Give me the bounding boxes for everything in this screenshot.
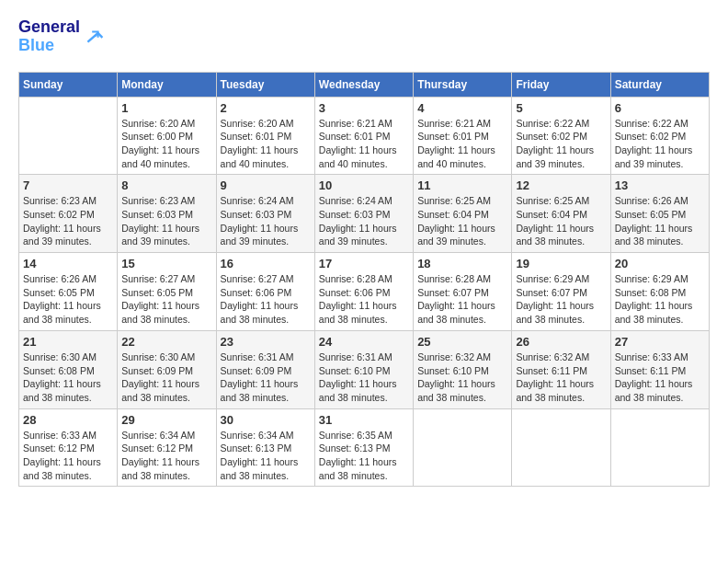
day-number: 13	[615, 178, 705, 192]
day-info: Sunrise: 6:30 AM Sunset: 6:08 PM Dayligh…	[23, 350, 113, 405]
day-number: 22	[121, 335, 211, 349]
day-number: 17	[319, 257, 409, 270]
day-of-week-header: Tuesday	[216, 72, 314, 97]
calendar-week-row: 14Sunrise: 6:26 AM Sunset: 6:05 PM Dayli…	[19, 253, 710, 331]
day-info: Sunrise: 6:32 AM Sunset: 6:11 PM Dayligh…	[516, 350, 606, 405]
logo-text: GeneralBlue	[18, 18, 80, 55]
day-number: 28	[23, 413, 113, 427]
calendar-day-cell: 22Sunrise: 6:30 AM Sunset: 6:09 PM Dayli…	[118, 330, 216, 408]
day-number: 10	[319, 178, 409, 192]
calendar-table: SundayMondayTuesdayWednesdayThursdayFrid…	[18, 72, 710, 488]
day-number: 8	[121, 178, 211, 192]
calendar-day-cell: 26Sunrise: 6:32 AM Sunset: 6:11 PM Dayli…	[512, 330, 610, 408]
calendar-day-cell: 21Sunrise: 6:30 AM Sunset: 6:08 PM Dayli…	[19, 330, 118, 408]
day-number: 5	[516, 101, 606, 115]
day-number: 12	[516, 178, 606, 192]
day-number: 15	[121, 257, 211, 270]
day-number: 31	[319, 413, 409, 427]
day-of-week-header: Monday	[118, 72, 216, 97]
calendar-day-cell: 30Sunrise: 6:34 AM Sunset: 6:13 PM Dayli…	[216, 408, 314, 487]
day-number: 30	[221, 413, 311, 427]
day-info: Sunrise: 6:29 AM Sunset: 6:08 PM Dayligh…	[615, 272, 705, 327]
day-info: Sunrise: 6:22 AM Sunset: 6:02 PM Dayligh…	[516, 117, 606, 171]
calendar-day-cell: 27Sunrise: 6:33 AM Sunset: 6:11 PM Dayli…	[610, 330, 709, 408]
calendar-week-row: 28Sunrise: 6:33 AM Sunset: 6:12 PM Dayli…	[19, 408, 710, 487]
calendar-week-row: 7Sunrise: 6:23 AM Sunset: 6:02 PM Daylig…	[19, 175, 710, 253]
day-of-week-header: Saturday	[610, 72, 709, 97]
calendar-day-cell	[19, 97, 118, 175]
day-info: Sunrise: 6:24 AM Sunset: 6:03 PM Dayligh…	[221, 194, 311, 248]
day-of-week-header: Friday	[512, 72, 610, 97]
day-number: 18	[417, 257, 507, 270]
day-number: 1	[121, 101, 211, 115]
day-info: Sunrise: 6:33 AM Sunset: 6:12 PM Dayligh…	[23, 429, 113, 483]
day-info: Sunrise: 6:32 AM Sunset: 6:10 PM Dayligh…	[417, 350, 507, 405]
calendar-day-cell	[414, 408, 512, 487]
day-number: 9	[221, 178, 311, 192]
calendar-day-cell: 25Sunrise: 6:32 AM Sunset: 6:10 PM Dayli…	[414, 330, 512, 408]
day-info: Sunrise: 6:28 AM Sunset: 6:06 PM Dayligh…	[319, 272, 409, 327]
day-number: 24	[319, 335, 409, 349]
calendar-day-cell: 17Sunrise: 6:28 AM Sunset: 6:06 PM Dayli…	[314, 253, 413, 331]
day-info: Sunrise: 6:23 AM Sunset: 6:02 PM Dayligh…	[23, 194, 113, 248]
day-info: Sunrise: 6:33 AM Sunset: 6:11 PM Dayligh…	[615, 350, 705, 405]
day-info: Sunrise: 6:27 AM Sunset: 6:05 PM Dayligh…	[121, 272, 211, 327]
day-number: 6	[615, 101, 705, 115]
calendar-day-cell	[512, 408, 610, 487]
day-number: 19	[516, 257, 606, 270]
day-info: Sunrise: 6:34 AM Sunset: 6:12 PM Dayligh…	[121, 429, 211, 483]
day-number: 4	[417, 101, 507, 115]
day-number: 2	[221, 101, 311, 115]
calendar-day-cell: 31Sunrise: 6:35 AM Sunset: 6:13 PM Dayli…	[314, 408, 413, 487]
day-info: Sunrise: 6:26 AM Sunset: 6:05 PM Dayligh…	[615, 194, 705, 248]
day-number: 11	[417, 178, 507, 192]
day-info: Sunrise: 6:30 AM Sunset: 6:09 PM Dayligh…	[121, 350, 211, 405]
day-info: Sunrise: 6:35 AM Sunset: 6:13 PM Dayligh…	[319, 429, 409, 483]
day-info: Sunrise: 6:25 AM Sunset: 6:04 PM Dayligh…	[516, 194, 606, 248]
calendar-day-cell: 14Sunrise: 6:26 AM Sunset: 6:05 PM Dayli…	[19, 253, 118, 331]
calendar-day-cell: 1Sunrise: 6:20 AM Sunset: 6:00 PM Daylig…	[118, 97, 216, 175]
day-number: 27	[615, 335, 705, 349]
day-info: Sunrise: 6:20 AM Sunset: 6:01 PM Dayligh…	[221, 117, 311, 171]
calendar-day-cell: 24Sunrise: 6:31 AM Sunset: 6:10 PM Dayli…	[314, 330, 413, 408]
day-info: Sunrise: 6:31 AM Sunset: 6:09 PM Dayligh…	[221, 350, 311, 405]
calendar-week-row: 1Sunrise: 6:20 AM Sunset: 6:00 PM Daylig…	[19, 97, 710, 175]
day-info: Sunrise: 6:28 AM Sunset: 6:07 PM Dayligh…	[417, 272, 507, 327]
calendar-day-cell: 13Sunrise: 6:26 AM Sunset: 6:05 PM Dayli…	[610, 175, 709, 253]
calendar-day-cell: 6Sunrise: 6:22 AM Sunset: 6:02 PM Daylig…	[610, 97, 709, 175]
calendar-day-cell: 18Sunrise: 6:28 AM Sunset: 6:07 PM Dayli…	[414, 253, 512, 331]
day-number: 20	[615, 257, 705, 270]
calendar-day-cell: 10Sunrise: 6:24 AM Sunset: 6:03 PM Dayli…	[314, 175, 413, 253]
calendar-day-cell: 15Sunrise: 6:27 AM Sunset: 6:05 PM Dayli…	[118, 253, 216, 331]
day-info: Sunrise: 6:21 AM Sunset: 6:01 PM Dayligh…	[319, 117, 409, 171]
logo-icon	[82, 26, 104, 48]
day-number: 25	[417, 335, 507, 349]
calendar-day-cell: 19Sunrise: 6:29 AM Sunset: 6:07 PM Dayli…	[512, 253, 610, 331]
day-info: Sunrise: 6:21 AM Sunset: 6:01 PM Dayligh…	[417, 117, 507, 171]
day-info: Sunrise: 6:27 AM Sunset: 6:06 PM Dayligh…	[221, 272, 311, 327]
day-number: 26	[516, 335, 606, 349]
day-info: Sunrise: 6:26 AM Sunset: 6:05 PM Dayligh…	[23, 272, 113, 327]
calendar-day-cell: 12Sunrise: 6:25 AM Sunset: 6:04 PM Dayli…	[512, 175, 610, 253]
calendar-week-row: 21Sunrise: 6:30 AM Sunset: 6:08 PM Dayli…	[19, 330, 710, 408]
day-info: Sunrise: 6:29 AM Sunset: 6:07 PM Dayligh…	[516, 272, 606, 327]
calendar-day-cell: 9Sunrise: 6:24 AM Sunset: 6:03 PM Daylig…	[216, 175, 314, 253]
day-info: Sunrise: 6:22 AM Sunset: 6:02 PM Dayligh…	[615, 117, 705, 171]
calendar-day-cell: 29Sunrise: 6:34 AM Sunset: 6:12 PM Dayli…	[118, 408, 216, 487]
calendar-day-cell: 2Sunrise: 6:20 AM Sunset: 6:01 PM Daylig…	[216, 97, 314, 175]
day-info: Sunrise: 6:25 AM Sunset: 6:04 PM Dayligh…	[417, 194, 507, 248]
day-info: Sunrise: 6:24 AM Sunset: 6:03 PM Dayligh…	[319, 194, 409, 248]
day-info: Sunrise: 6:34 AM Sunset: 6:13 PM Dayligh…	[221, 429, 311, 483]
day-number: 16	[221, 257, 311, 270]
calendar-day-cell: 28Sunrise: 6:33 AM Sunset: 6:12 PM Dayli…	[19, 408, 118, 487]
day-number: 3	[319, 101, 409, 115]
day-info: Sunrise: 6:20 AM Sunset: 6:00 PM Dayligh…	[121, 117, 211, 171]
day-of-week-header: Sunday	[19, 72, 118, 97]
day-of-week-header: Wednesday	[314, 72, 413, 97]
calendar-day-cell: 11Sunrise: 6:25 AM Sunset: 6:04 PM Dayli…	[414, 175, 512, 253]
calendar-day-cell: 23Sunrise: 6:31 AM Sunset: 6:09 PM Dayli…	[216, 330, 314, 408]
calendar-day-cell: 16Sunrise: 6:27 AM Sunset: 6:06 PM Dayli…	[216, 253, 314, 331]
calendar-day-cell: 5Sunrise: 6:22 AM Sunset: 6:02 PM Daylig…	[512, 97, 610, 175]
calendar-day-cell: 4Sunrise: 6:21 AM Sunset: 6:01 PM Daylig…	[414, 97, 512, 175]
day-number: 21	[23, 335, 113, 349]
